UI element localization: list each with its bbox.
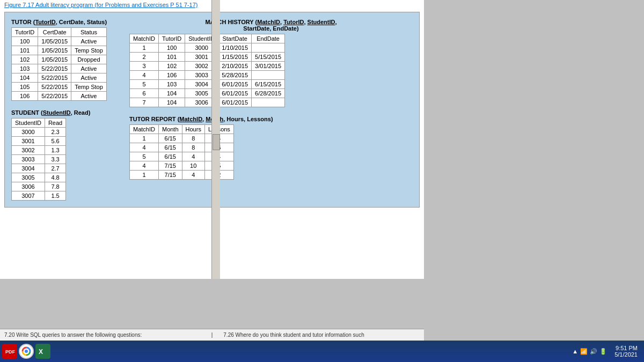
match-cell-tutor: 100 [158, 43, 185, 53]
taskbar-right: ▲ 📶 🔊 🔋 9:51 PM 5/1/2021 [572, 345, 642, 358]
taskbar: PDF X ▲ 📶 🔊 🔋 9:51 PM 5/1/2021 [0, 341, 644, 362]
vertical-scrollbar[interactable] [211, 0, 220, 279]
report-cell-hours: 4 [182, 171, 204, 180]
match-cell-id: 3 [130, 62, 159, 71]
match-row: 510330046/01/20156/15/2015 [130, 80, 285, 89]
student-row: 30054.8 [12, 173, 66, 182]
student-row: 30071.5 [12, 191, 66, 201]
match-cell-tutor: 102 [158, 62, 185, 71]
report-cell-match: 5 [130, 152, 159, 161]
tray-battery: 🔋 [599, 348, 607, 355]
match-cell-start: 6/01/2015 [218, 80, 252, 89]
match-cell-end [252, 43, 285, 53]
match-col-enddate: EndDate [252, 34, 285, 43]
match-row: 310230022/10/20153/01/2015 [130, 62, 285, 71]
tutor-cell-id: 101 [12, 46, 38, 55]
student-table: StudentID Read 30002.330015.630021.33003… [11, 118, 66, 201]
report-cell-match: 4 [130, 143, 159, 152]
match-cell-start: 5/28/2015 [218, 71, 252, 80]
tutor-status-label: Status [87, 19, 105, 25]
match-cell-start: 6/01/2015 [218, 89, 252, 98]
student-cell-read: 2.7 [45, 164, 65, 173]
tutor-cell-id: 100 [12, 37, 38, 46]
clock-date: 5/1/2021 [614, 351, 638, 358]
tutor-cell-status: Active [71, 64, 107, 73]
top-link[interactable]: Figure 7.17 Adult literacy program (for … [4, 2, 198, 8]
tutor-col-status: Status [71, 28, 107, 37]
student-row: 30021.3 [12, 146, 66, 155]
match-col-startdate: StartDate [218, 34, 252, 43]
match-cell-start: 6/01/2015 [218, 98, 252, 107]
tutor-row: 1065/22/2015Active [12, 92, 107, 101]
match-cell-id: 2 [130, 53, 159, 62]
match-cell-end [252, 98, 285, 107]
match-cell-end: 6/28/2015 [252, 89, 285, 98]
report-cell-hours: 4 [182, 152, 204, 161]
tray-volume: 🔊 [590, 348, 597, 355]
report-col-hours: Hours [182, 125, 204, 134]
tutor-cell-status: Active [71, 37, 107, 46]
match-row: 210130011/15/20155/15/2015 [130, 53, 285, 62]
tray-arrow: ▲ [572, 348, 578, 354]
svg-point-4 [25, 350, 28, 353]
student-cell-id: 3005 [12, 173, 45, 182]
report-cell-month: 7/15 [158, 161, 182, 171]
report-cell-match: 4 [130, 161, 159, 171]
clock: 9:51 PM 5/1/2021 [610, 345, 642, 358]
tutor-cell-status: Temp Stop [71, 46, 107, 55]
report-cell-month: 6/15 [158, 152, 182, 161]
match-cell-id: 4 [130, 71, 159, 80]
tutor-table: TutorID CertDate Status 1001/05/2015Acti… [11, 27, 107, 101]
tutor-row: 1001/05/2015Active [12, 37, 107, 46]
student-cell-id: 3007 [12, 191, 45, 201]
student-row: 30033.3 [12, 155, 66, 164]
match-col-tutorid: TutorID [158, 34, 185, 43]
tutor-cell-id: 102 [12, 55, 38, 64]
tutor-cell-status: Temp Stop [71, 83, 107, 92]
match-cell-start: 2/10/2015 [218, 62, 252, 71]
student-cell-id: 3006 [12, 182, 45, 191]
report-cell-match: 1 [130, 171, 159, 180]
tutor-cell-id: 103 [12, 64, 38, 73]
match-row: 610430056/01/20156/28/2015 [130, 89, 285, 98]
match-cell-id: 1 [130, 43, 159, 53]
scroll-thumb[interactable] [213, 134, 220, 150]
tutor-cell-date: 5/22/2015 [38, 73, 71, 83]
match-cell-tutor: 106 [158, 71, 185, 80]
match-history-table: MatchID TutorID StudentID StartDate EndD… [129, 34, 285, 107]
lessons-label: Lessons [247, 116, 271, 122]
student-cell-read: 2.3 [45, 128, 65, 137]
tutor-row: 1035/22/2015Active [12, 64, 107, 73]
tutor-cell-date: 5/22/2015 [38, 83, 71, 92]
report-cell-month: 6/15 [158, 134, 182, 143]
report-col-matchid: MatchID [130, 125, 159, 134]
student-cell-id: 3000 [12, 128, 45, 137]
taskbar-chrome-icon[interactable] [19, 344, 34, 359]
student-row: 30015.6 [12, 137, 66, 146]
tutor-cell-status: Active [71, 92, 107, 101]
bottom-right-text: 7.26 Where do you think student and tuto… [223, 332, 420, 338]
taskbar-pdf-icon[interactable]: PDF [2, 344, 17, 359]
tutor-col-certdate: CertDate [38, 28, 71, 37]
taskbar-excel-icon[interactable]: X [35, 344, 50, 359]
match-cell-tutor: 104 [158, 89, 185, 98]
tutor-certdate-label: CertDate [59, 19, 84, 25]
student-cell-id: 3004 [12, 164, 45, 173]
student-col-id: StudentID [12, 119, 45, 128]
tutor-section-title: TUTOR (TutorID, CertDate, Status) [11, 19, 119, 25]
bottom-left-text: 7.20 Write SQL queries to answer the fol… [4, 332, 201, 338]
match-cell-tutor: 103 [158, 80, 185, 89]
tray-network: 📶 [580, 348, 588, 355]
student-cell-read: 5.6 [45, 137, 65, 146]
match-cell-tutor: 104 [158, 98, 185, 107]
student-cell-read: 1.5 [45, 191, 65, 201]
student-read-label: Read [74, 109, 89, 116]
bottom-text-bar: 7.20 Write SQL queries to answer the fol… [0, 329, 424, 341]
report-cell-hours: 8 [182, 143, 204, 152]
match-cell-id: 7 [130, 98, 159, 107]
tutor-row: 1055/22/2015Temp Stop [12, 83, 107, 92]
tutor-row: 1021/05/2015Dropped [12, 55, 107, 64]
svg-text:PDF: PDF [5, 349, 15, 354]
report-cell-month: 6/15 [158, 143, 182, 152]
match-cell-end: 6/15/2015 [252, 80, 285, 89]
